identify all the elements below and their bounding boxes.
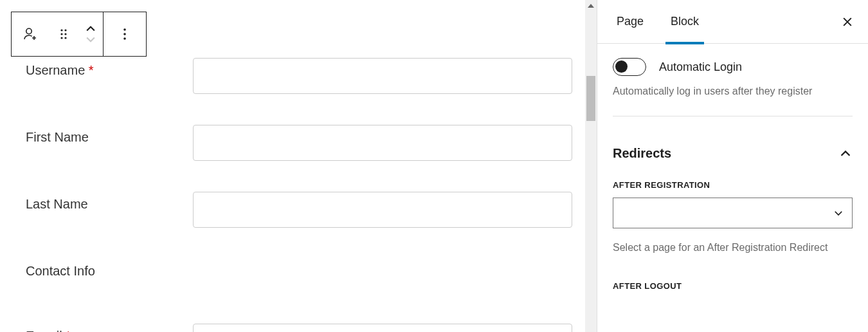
editor-canvas: Username * First Name Last Name Contact … — [0, 0, 585, 332]
redirects-panel-header[interactable]: Redirects — [597, 131, 868, 169]
required-marker: * — [89, 63, 94, 77]
firstname-input[interactable] — [193, 125, 572, 161]
more-options-button[interactable] — [104, 12, 146, 56]
svg-point-0 — [26, 28, 32, 33]
svg-point-8 — [123, 33, 126, 35]
required-marker: * — [66, 329, 71, 332]
svg-point-4 — [64, 33, 66, 35]
block-type-button[interactable] — [12, 12, 49, 56]
auto-login-toggle[interactable] — [613, 58, 646, 76]
field-label: Contact Info — [26, 259, 193, 279]
field-label: First Name — [26, 125, 193, 145]
chevron-up-icon — [84, 24, 97, 33]
divider — [613, 116, 853, 116]
redirects-title: Redirects — [613, 146, 671, 161]
chevron-down-icon — [833, 207, 844, 219]
move-up-button[interactable] — [83, 24, 98, 34]
scrollbar-thumb[interactable] — [586, 76, 595, 121]
svg-point-5 — [60, 37, 62, 39]
field-label: Username * — [26, 58, 193, 78]
toggle-knob — [615, 60, 628, 73]
after-registration-select[interactable] — [613, 198, 853, 228]
chevron-up-icon — [838, 147, 853, 161]
svg-point-1 — [60, 29, 62, 31]
auto-login-panel: Automatic Login Automatically log in use… — [597, 44, 868, 131]
drag-handle-button[interactable] — [49, 12, 78, 56]
field-firstname: First Name — [26, 125, 572, 161]
tab-page[interactable]: Page — [608, 0, 653, 44]
tab-block[interactable]: Block — [662, 0, 708, 44]
email-input[interactable] — [193, 324, 572, 332]
field-lastname: Last Name — [26, 192, 572, 228]
after-logout-label: AFTER LOGOUT — [613, 281, 853, 291]
svg-point-7 — [123, 28, 126, 31]
user-plus-icon — [23, 26, 38, 42]
chevron-down-icon — [84, 35, 97, 44]
after-registration-label: AFTER REGISTRATION — [613, 180, 853, 190]
close-sidebar-button[interactable] — [837, 12, 858, 32]
field-username: Username * — [26, 58, 572, 94]
lastname-input[interactable] — [193, 192, 572, 228]
scroll-up-arrow[interactable] — [585, 0, 597, 12]
field-label: Last Name — [26, 192, 193, 212]
drag-handle-icon — [56, 26, 71, 42]
field-label: E-mail * — [26, 324, 193, 332]
block-toolbar — [11, 12, 147, 57]
field-contactinfo: Contact Info — [26, 259, 572, 279]
triangle-up-icon — [588, 4, 594, 8]
after-registration-help: Select a page for an After Registration … — [613, 240, 853, 255]
svg-point-9 — [123, 37, 126, 40]
move-down-button[interactable] — [83, 34, 98, 44]
redirects-panel-body: AFTER REGISTRATION Select a page for an … — [597, 169, 868, 291]
more-vertical-icon — [117, 26, 132, 42]
sidebar-tabs: Page Block — [597, 0, 868, 44]
auto-login-label: Automatic Login — [659, 60, 742, 74]
close-icon — [841, 15, 854, 28]
settings-sidebar: Page Block Automatic Login Automatically… — [597, 0, 868, 332]
svg-point-6 — [64, 37, 66, 39]
username-input[interactable] — [193, 58, 572, 94]
auto-login-help: Automatically log in users after they re… — [613, 84, 853, 99]
scrollbar[interactable] — [585, 0, 597, 332]
svg-point-2 — [64, 29, 66, 31]
svg-point-3 — [60, 33, 62, 35]
field-email: E-mail * — [26, 324, 572, 332]
form-fields: Username * First Name Last Name Contact … — [26, 58, 572, 332]
